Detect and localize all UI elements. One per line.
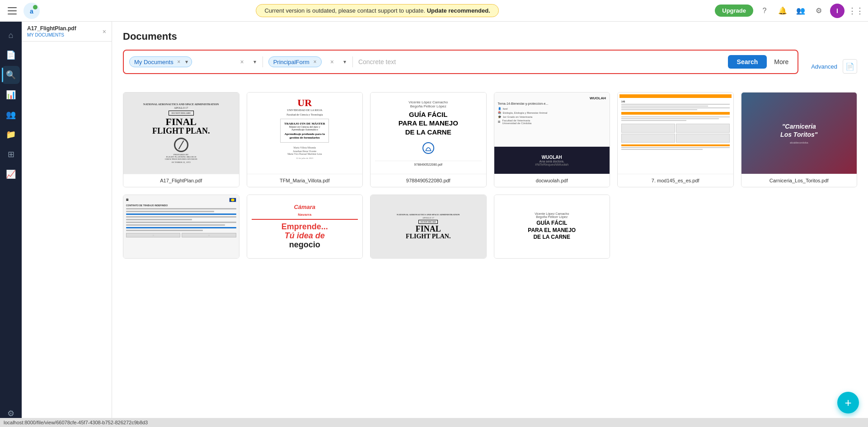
table-icon: ⊞ bbox=[8, 149, 14, 159]
search-bar: My Documents × ▾ × ▾ PrincipalForm × × ▾… bbox=[123, 50, 798, 74]
doc-thumbnail: "CarniceriaLos Toritos" alcaldecordoba bbox=[741, 93, 857, 174]
filter-dropdown-btn[interactable]: ▾ bbox=[184, 59, 189, 65]
doc-card[interactable]: CámaraNavarra Emprende... Tú idea de neg… bbox=[247, 195, 363, 259]
wuolah-top: WUOLAH Tema-14-Bienestar-y-proteccion-e.… bbox=[494, 93, 610, 147]
doc-thumbnail: UR UNIVERSIDAD DE LA RIOJA Facultad de C… bbox=[247, 93, 363, 174]
account-settings-button[interactable]: ⚙ bbox=[812, 4, 826, 18]
wuolah-bottom: WUOLAH Ana será doctora. #NiTeRinquesNiW… bbox=[494, 147, 610, 174]
documents-grid-row2: 🏛 CONTRATO DE TRABAJO INDEFINIDO bbox=[123, 195, 857, 259]
active-bar bbox=[2, 68, 3, 82]
filter1-expand-btn[interactable]: ▾ bbox=[253, 59, 257, 65]
banner-text: Current version is outdated, please cont… bbox=[264, 7, 425, 14]
upgrade-button[interactable]: Upgrade bbox=[715, 5, 753, 17]
help-icon: ? bbox=[763, 7, 767, 15]
tfm-preview: UR UNIVERSIDAD DE LA RIOJA Facultad de C… bbox=[247, 93, 363, 174]
notifications-button[interactable]: 🔔 bbox=[776, 4, 789, 18]
banner-bold: Update recommended. bbox=[427, 7, 490, 14]
camara-preview: CámaraNavarra Emprende... Tú idea de neg… bbox=[247, 195, 363, 258]
filter2-clear-btn[interactable]: × bbox=[325, 55, 339, 69]
svg-point-3 bbox=[423, 143, 434, 153]
filter-tag2-label: PrincipalForm bbox=[273, 59, 310, 65]
text-search-input[interactable] bbox=[358, 58, 724, 65]
grid-icon: ⋮⋮ bbox=[848, 6, 863, 16]
sidebar-item-table[interactable]: ⊞ bbox=[2, 145, 20, 163]
doc-thumbnail: CámaraNavarra Emprende... Tú idea de neg… bbox=[247, 195, 363, 258]
hamburger-button[interactable] bbox=[5, 4, 19, 18]
sidebar-item-chart[interactable]: 📈 bbox=[2, 165, 20, 183]
doc-name: docwuolah.pdf bbox=[494, 174, 610, 187]
doc-card[interactable]: 🏛 CONTRATO DE TRABAJO INDEFINIDO bbox=[123, 195, 239, 259]
doc-name: 9788490522080.pdf bbox=[371, 174, 486, 187]
doc-thumbnail: WUOLAH Tema-14-Bienestar-y-proteccion-e.… bbox=[494, 93, 610, 174]
hamburger-icon bbox=[8, 7, 17, 14]
doc-thumbnail: 🏛 CONTRATO DE TRABAJO INDEFINIDO bbox=[123, 195, 239, 258]
filter2-expand-btn[interactable]: ▾ bbox=[343, 59, 347, 65]
doc-thumbnail: NATIONAL AERONAUTICS AND SPACE ADMINISTR… bbox=[371, 195, 486, 258]
sidebar-item-stats[interactable]: 📊 bbox=[2, 86, 20, 104]
sidebar-item-folder[interactable]: 📁 bbox=[2, 125, 20, 144]
filter-tag-remove[interactable]: × bbox=[175, 58, 183, 65]
doc-thumbnail: 145 bbox=[618, 93, 733, 174]
file-tab-folder: MY DOCUMENTS bbox=[27, 32, 76, 37]
apps-button[interactable]: ⋮⋮ bbox=[849, 4, 863, 18]
sidebar-item-files[interactable]: 📄 bbox=[2, 46, 20, 64]
file-type-button[interactable]: 📄 bbox=[843, 59, 857, 74]
doc-card[interactable]: "CarniceriaLos Toritos" alcaldecordoba C… bbox=[741, 92, 858, 187]
carniceria-preview: "CarniceriaLos Toritos" alcaldecordoba bbox=[741, 93, 857, 174]
statusbar: localhost:8000/file/view/66078cfe-45f7-4… bbox=[0, 418, 868, 427]
topbar-right: Upgrade ? 🔔 👥 ⚙ I ⋮⋮ bbox=[715, 4, 863, 18]
documents-grid: NATIONAL AERONAUTICS AND SPACE ADMINISTR… bbox=[123, 92, 857, 187]
bell-icon: 🔔 bbox=[778, 6, 787, 15]
help-button[interactable]: ? bbox=[758, 4, 771, 18]
users-icon: 👥 bbox=[6, 110, 16, 120]
file-tab-name: A17_FlightPlan.pdf bbox=[27, 25, 76, 32]
chart-icon: 📈 bbox=[6, 169, 16, 179]
doc-card[interactable]: UR UNIVERSIDAD DE LA RIOJA Facultad de C… bbox=[247, 92, 363, 187]
doc-name: 7. mod145_es_es.pdf bbox=[618, 174, 733, 187]
mod145-preview: 145 bbox=[618, 93, 733, 174]
flight-plan-preview: NATIONAL AERONAUTICS AND SPACE ADMINISTR… bbox=[123, 93, 239, 174]
flight-plan-preview2: NATIONAL AERONAUTICS AND SPACE ADMINISTR… bbox=[371, 195, 486, 258]
team-settings-button[interactable]: 👥 bbox=[794, 4, 807, 18]
fab-add-button[interactable]: + bbox=[837, 392, 859, 413]
file-tab-close[interactable]: × bbox=[103, 28, 106, 35]
filter-tag2-remove[interactable]: × bbox=[311, 58, 319, 65]
topbar-left: a bbox=[5, 3, 40, 19]
update-banner: Current version is outdated, please cont… bbox=[256, 4, 498, 17]
files-icon: 📄 bbox=[6, 50, 16, 60]
search-button[interactable]: Search bbox=[728, 55, 767, 69]
status-url: localhost:8000/file/view/66078cfe-45f7-4… bbox=[4, 420, 148, 425]
team-icon: 👥 bbox=[796, 6, 805, 15]
sidebar-item-search[interactable]: 🔍 bbox=[2, 66, 20, 84]
app-logo: a bbox=[23, 3, 40, 19]
form-preview: 🏛 CONTRATO DE TRABAJO INDEFINIDO bbox=[123, 195, 239, 258]
sidebar-item-home[interactable]: ⌂ bbox=[2, 26, 20, 44]
doc-card[interactable]: NATIONAL AERONAUTICS AND SPACE ADMINISTR… bbox=[123, 92, 239, 187]
filter-separator bbox=[263, 56, 263, 67]
filter-tag-mydocuments[interactable]: My Documents × ▾ bbox=[129, 56, 192, 67]
home-icon: ⌂ bbox=[9, 31, 14, 40]
doc-card[interactable]: 145 bbox=[617, 92, 734, 187]
doc-card[interactable]: Vicente López CamachoBegoña Pellicer Lóp… bbox=[370, 92, 487, 187]
page-title: Documents bbox=[123, 31, 857, 42]
file-tab[interactable]: A17_FlightPlan.pdf MY DOCUMENTS × bbox=[22, 22, 112, 42]
filter-tag-principalform[interactable]: PrincipalForm × bbox=[268, 56, 322, 67]
advanced-link[interactable]: Advanced bbox=[811, 63, 837, 70]
avatar[interactable]: I bbox=[830, 4, 845, 18]
settings-icon: ⚙ bbox=[7, 408, 14, 418]
doc-thumbnail: Vicente López CamachoBegoña Pellicer Lóp… bbox=[494, 195, 610, 258]
filter1-clear-btn[interactable]: × bbox=[235, 55, 249, 69]
more-button[interactable]: More bbox=[770, 56, 792, 67]
doc-thumbnail: NATIONAL AERONAUTICS AND SPACE ADMINISTR… bbox=[123, 93, 239, 174]
doc-card[interactable]: Vicente López CamachoBegoña Pellicer Lóp… bbox=[494, 195, 610, 259]
filter1-text-input[interactable] bbox=[196, 58, 232, 65]
wuolah-preview: WUOLAH Tema-14-Bienestar-y-proteccion-e.… bbox=[494, 93, 610, 174]
doc-card[interactable]: WUOLAH Tema-14-Bienestar-y-proteccion-e.… bbox=[494, 92, 610, 187]
search-section: My Documents × ▾ × ▾ PrincipalForm × × ▾… bbox=[123, 50, 857, 83]
doc-card[interactable]: NATIONAL AERONAUTICS AND SPACE ADMINISTR… bbox=[370, 195, 487, 259]
topbar: a Current version is outdated, please co… bbox=[0, 0, 868, 22]
stats-icon: 📊 bbox=[6, 90, 16, 100]
sidebar-item-users[interactable]: 👥 bbox=[2, 106, 20, 124]
doc-name: A17_FlightPlan.pdf bbox=[123, 174, 239, 187]
search-icon: 🔍 bbox=[6, 70, 16, 80]
